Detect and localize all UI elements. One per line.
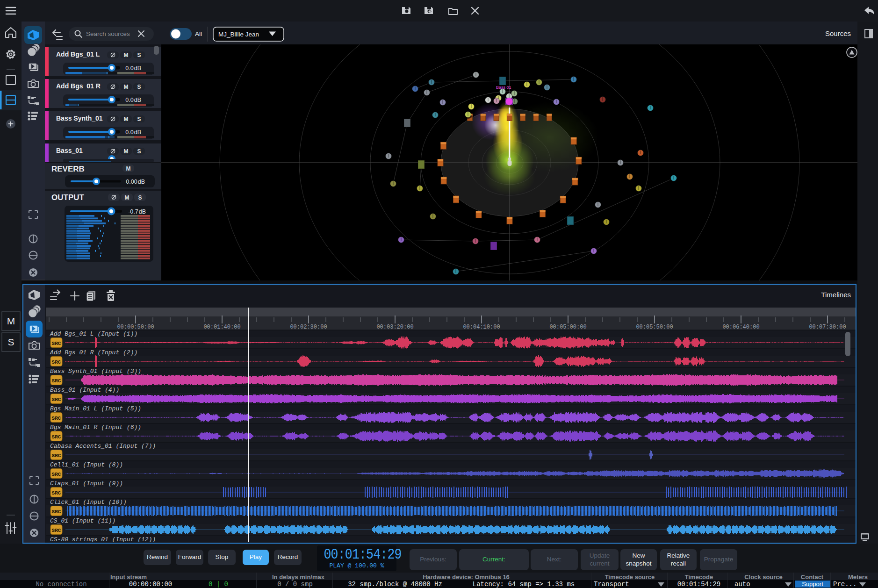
svg-text:SRC: SRC: [52, 453, 61, 459]
svg-text:0.00 dB: 0.00 dB: [126, 179, 145, 185]
svg-text:CS-80 strings 01 (Input (12)): CS-80 strings 01 (Input (12)): [50, 536, 156, 542]
svg-text:S: S: [137, 116, 141, 122]
svg-text:M: M: [124, 148, 129, 155]
svg-text:SRC: SRC: [52, 359, 61, 365]
svg-text:SRC: SRC: [52, 378, 61, 384]
svg-text:S: S: [137, 52, 141, 58]
svg-text:M: M: [126, 165, 131, 172]
svg-text:MJ_Billie Jean: MJ_Billie Jean: [218, 31, 259, 38]
svg-text:SRC: SRC: [52, 528, 61, 533]
svg-text:S: S: [138, 194, 142, 201]
svg-text:00:03:20:00: 00:03:20:00: [376, 324, 413, 330]
svg-text:SRC: SRC: [52, 341, 61, 346]
svg-text:00:00:50:00: 00:00:50:00: [117, 324, 154, 330]
svg-text:0.0 dB: 0.0 dB: [125, 97, 141, 103]
svg-text:Bgs Main_01 R (Input (6)): Bgs Main_01 R (Input (6)): [50, 424, 141, 431]
svg-text:Bass Synth_01 (Input (3)): Bass Synth_01 (Input (3)): [50, 368, 141, 375]
svg-text:S: S: [137, 84, 141, 90]
svg-text:M: M: [124, 52, 129, 58]
svg-text:0.0 dB: 0.0 dB: [125, 65, 141, 72]
svg-text:M: M: [7, 316, 15, 326]
svg-text:Add Bgs_01 R (Input (2)): Add Bgs_01 R (Input (2)): [50, 349, 137, 356]
svg-text:SRC: SRC: [52, 472, 61, 477]
svg-text:M: M: [124, 84, 129, 90]
svg-text:Cabasa Accents_01 (Input (7)): Cabasa Accents_01 (Input (7)): [50, 443, 156, 450]
svg-text:Add Bgs_01 L (Input (1)): Add Bgs_01 L (Input (1)): [50, 330, 137, 337]
svg-text:CS_01 (Input (11)): CS_01 (Input (11)): [50, 517, 115, 524]
svg-text:00:02:30:00: 00:02:30:00: [290, 324, 327, 330]
svg-text:00:01:40:00: 00:01:40:00: [203, 324, 240, 330]
svg-text:SRC: SRC: [52, 416, 61, 421]
svg-text:00:04:10:00: 00:04:10:00: [463, 324, 500, 330]
svg-text:Bass 01: Bass 01: [496, 85, 511, 90]
svg-text:SRC: SRC: [52, 509, 61, 515]
svg-text:Click_01 (Input (10)): Click_01 (Input (10)): [50, 499, 127, 506]
svg-text:-0.7 dB: -0.7 dB: [128, 208, 146, 215]
svg-text:00:07:30:00: 00:07:30:00: [809, 324, 846, 330]
svg-text:0.0 dB: 0.0 dB: [125, 129, 141, 136]
svg-text:00:05:00:00: 00:05:00:00: [549, 324, 586, 330]
svg-text:00:06:40:00: 00:06:40:00: [722, 324, 759, 330]
svg-text:Celli_01 (Input (8)): Celli_01 (Input (8)): [50, 461, 123, 468]
svg-text:M: M: [125, 194, 130, 201]
svg-text:M: M: [124, 116, 129, 122]
svg-text:00:05:50:00: 00:05:50:00: [636, 324, 673, 330]
svg-text:SRC: SRC: [52, 434, 61, 440]
svg-text:SRC: SRC: [52, 397, 61, 402]
svg-text:SRC: SRC: [52, 490, 61, 496]
svg-text:All: All: [195, 30, 202, 37]
svg-text:S: S: [7, 337, 14, 347]
svg-text:Claps_01 (Input (9)): Claps_01 (Input (9)): [50, 480, 123, 487]
svg-text:Bgs Main_01 L (Input (5)): Bgs Main_01 L (Input (5)): [50, 405, 141, 412]
svg-text:Search sources: Search sources: [86, 30, 130, 37]
svg-text:S: S: [137, 148, 141, 155]
svg-text:Bass_01 (Input (4)): Bass_01 (Input (4)): [50, 387, 119, 394]
